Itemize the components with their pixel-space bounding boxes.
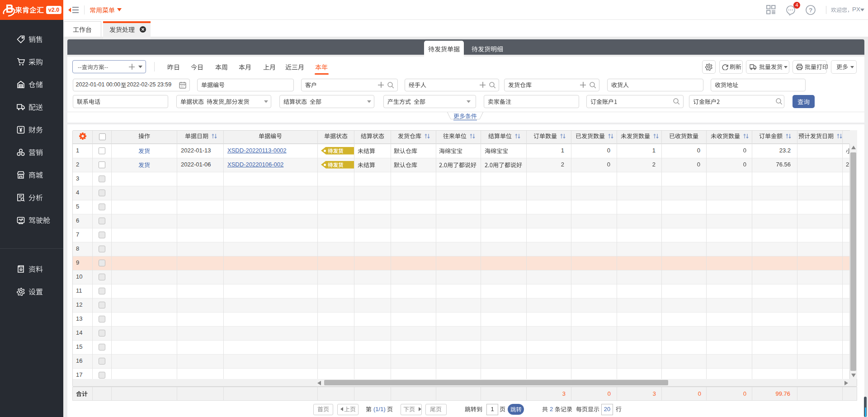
svg-text:?: ? xyxy=(809,7,812,14)
